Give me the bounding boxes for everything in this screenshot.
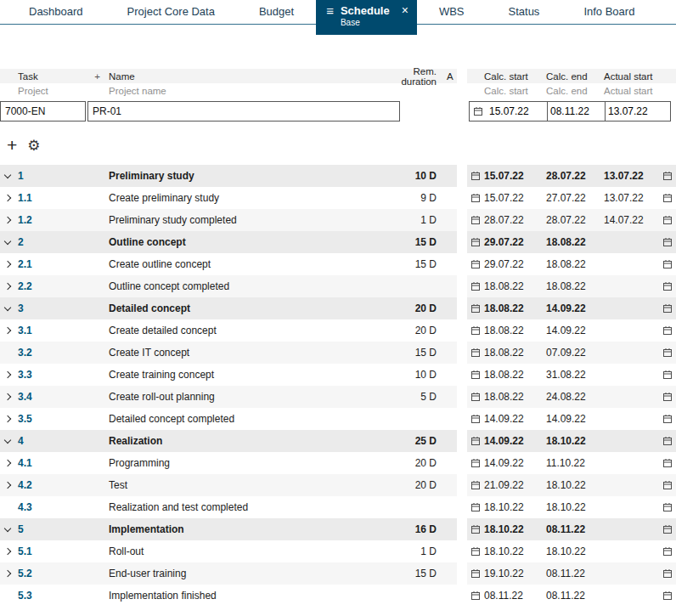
calendar-icon[interactable] bbox=[659, 171, 676, 181]
calendar-icon[interactable] bbox=[467, 502, 484, 512]
tab-project-core-data[interactable]: Project Core Data bbox=[105, 0, 237, 24]
task-row[interactable]: 3.2 Create IT concept 15 D 18.08.22 07.0… bbox=[0, 342, 676, 364]
expand-chevron-icon[interactable] bbox=[4, 437, 11, 444]
column-header-name[interactable]: Name bbox=[105, 71, 386, 82]
calendar-icon[interactable] bbox=[467, 348, 484, 358]
calendar-icon[interactable] bbox=[467, 303, 484, 314]
expand-chevron-icon[interactable] bbox=[4, 415, 11, 422]
project-calc-end[interactable]: 08.11.22 bbox=[548, 102, 606, 121]
expand-chevron-icon[interactable] bbox=[4, 283, 11, 290]
task-row[interactable]: 2 Outline concept 15 D 29.07.22 18.08.22 bbox=[0, 231, 676, 253]
add-column-icon[interactable]: + bbox=[94, 71, 100, 82]
task-row[interactable]: 1 Preliminary study 10 D 15.07.22 28.07.… bbox=[0, 165, 676, 187]
expand-chevron-icon[interactable] bbox=[4, 548, 11, 555]
task-row[interactable]: 5.1 Roll-out 1 D 18.10.22 18.10.22 bbox=[0, 540, 676, 562]
calendar-icon[interactable] bbox=[467, 458, 484, 468]
calendar-icon[interactable] bbox=[659, 502, 676, 512]
expand-chevron-icon[interactable] bbox=[4, 172, 11, 178]
tab-info-board[interactable]: Info Board bbox=[561, 0, 656, 24]
calendar-icon[interactable] bbox=[659, 524, 676, 534]
column-header-task[interactable]: Task bbox=[18, 71, 38, 82]
expand-chevron-icon[interactable] bbox=[4, 570, 11, 577]
task-row[interactable]: 1.1 Create preliminary study 9 D 15.07.2… bbox=[0, 187, 676, 209]
task-row[interactable]: 2.1 Create outline concept 15 D 29.07.22… bbox=[0, 253, 676, 275]
task-row[interactable]: 1.2 Preliminary study completed 1 D 28.0… bbox=[0, 209, 676, 231]
task-row[interactable]: 3.3 Create training concept 10 D 18.08.2… bbox=[0, 364, 676, 386]
calendar-icon[interactable] bbox=[467, 171, 484, 181]
expand-chevron-icon[interactable] bbox=[4, 217, 11, 223]
calendar-icon[interactable] bbox=[467, 480, 484, 490]
calendar-icon[interactable] bbox=[467, 215, 484, 225]
calendar-icon[interactable] bbox=[467, 568, 484, 579]
expand-chevron-icon[interactable] bbox=[4, 393, 11, 400]
column-header-calc-start[interactable]: Calc. start bbox=[484, 71, 546, 82]
project-actual-start[interactable]: 13.07.22 bbox=[606, 102, 670, 121]
calendar-icon[interactable] bbox=[659, 193, 676, 203]
calendar-icon[interactable] bbox=[470, 106, 487, 116]
calendar-icon[interactable] bbox=[467, 370, 484, 380]
expand-chevron-icon[interactable] bbox=[4, 195, 11, 201]
calendar-icon[interactable] bbox=[659, 370, 676, 380]
column-header-calc-end[interactable]: Calc. end bbox=[546, 71, 604, 82]
calendar-icon[interactable] bbox=[467, 414, 484, 424]
calendar-icon[interactable] bbox=[659, 480, 676, 490]
calendar-icon[interactable] bbox=[659, 237, 676, 247]
project-id-input[interactable] bbox=[0, 101, 86, 122]
calendar-icon[interactable] bbox=[659, 436, 676, 446]
task-row[interactable]: 5.3 Implementation finished 08.11.22 08.… bbox=[0, 585, 676, 607]
calendar-icon[interactable] bbox=[659, 414, 676, 424]
calendar-icon[interactable] bbox=[467, 436, 484, 446]
column-header-actual-start[interactable]: Actual start bbox=[604, 71, 659, 82]
calendar-icon[interactable] bbox=[659, 392, 676, 402]
settings-gear-icon[interactable]: ⚙ bbox=[27, 137, 40, 155]
calendar-icon[interactable] bbox=[467, 546, 484, 557]
calendar-icon[interactable] bbox=[659, 259, 676, 269]
calendar-icon[interactable] bbox=[467, 259, 484, 269]
task-row[interactable]: 5 Implementation 16 D 18.10.22 08.11.22 bbox=[0, 518, 676, 540]
project-name-input[interactable] bbox=[87, 101, 400, 122]
task-row[interactable]: 4.1 Programming 20 D 14.09.22 11.10.22 bbox=[0, 452, 676, 474]
expand-chevron-icon[interactable] bbox=[4, 327, 11, 334]
tab-status[interactable]: Status bbox=[487, 0, 562, 24]
calendar-icon[interactable] bbox=[467, 392, 484, 402]
expand-chevron-icon[interactable] bbox=[4, 238, 11, 245]
expand-chevron-icon[interactable] bbox=[4, 525, 11, 532]
task-row[interactable]: 4.2 Test 20 D 21.09.22 18.10.22 bbox=[0, 474, 676, 496]
expand-chevron-icon[interactable] bbox=[4, 304, 11, 311]
calendar-icon[interactable] bbox=[659, 458, 676, 468]
calendar-icon[interactable] bbox=[659, 281, 676, 291]
calendar-icon[interactable] bbox=[467, 325, 484, 336]
task-row[interactable]: 3.4 Create roll-out planning 5 D 18.08.2… bbox=[0, 386, 676, 408]
expand-chevron-icon[interactable] bbox=[4, 482, 11, 489]
tab-wbs[interactable]: WBS bbox=[417, 0, 487, 24]
task-row[interactable]: 3.1 Create detailed concept 20 D 18.08.2… bbox=[0, 319, 676, 342]
calendar-icon[interactable] bbox=[659, 348, 676, 358]
column-header-a[interactable]: A bbox=[447, 71, 457, 82]
task-row[interactable]: 2.2 Outline concept completed 18.08.22 1… bbox=[0, 275, 676, 297]
tab-budget[interactable]: Budget bbox=[237, 0, 316, 24]
project-calc-start[interactable]: 15.07.22 bbox=[487, 102, 548, 121]
expand-chevron-icon[interactable] bbox=[4, 261, 11, 268]
task-row[interactable]: 5.2 End-user training 15 D 19.10.22 08.1… bbox=[0, 562, 676, 585]
calendar-icon[interactable] bbox=[659, 568, 676, 579]
calendar-icon[interactable] bbox=[467, 524, 484, 534]
hamburger-icon[interactable]: ≡ bbox=[326, 4, 334, 18]
calendar-icon[interactable] bbox=[467, 281, 484, 291]
calendar-icon[interactable] bbox=[659, 591, 676, 601]
task-row[interactable]: 4.3 Realization and test completed 18.10… bbox=[0, 496, 676, 518]
calendar-icon[interactable] bbox=[467, 237, 484, 247]
add-task-icon[interactable]: + bbox=[7, 137, 17, 154]
calendar-icon[interactable] bbox=[659, 546, 676, 557]
task-row[interactable]: 3.5 Detailed concept completed 14.09.22 … bbox=[0, 408, 676, 430]
calendar-icon[interactable] bbox=[467, 591, 484, 601]
expand-chevron-icon[interactable] bbox=[4, 371, 11, 378]
calendar-icon[interactable] bbox=[467, 193, 484, 203]
calendar-icon[interactable] bbox=[659, 215, 676, 225]
tab-schedule[interactable]: ≡ScheduleBase× bbox=[316, 0, 417, 35]
tab-dashboard[interactable]: Dashboard bbox=[7, 0, 105, 24]
expand-chevron-icon[interactable] bbox=[4, 460, 11, 466]
task-row[interactable]: 4 Realization 25 D 14.09.22 18.10.22 bbox=[0, 430, 676, 452]
calendar-icon[interactable] bbox=[659, 303, 676, 314]
task-row[interactable]: 3 Detailed concept 20 D 18.08.22 14.09.2… bbox=[0, 297, 676, 319]
calendar-icon[interactable] bbox=[659, 325, 676, 336]
